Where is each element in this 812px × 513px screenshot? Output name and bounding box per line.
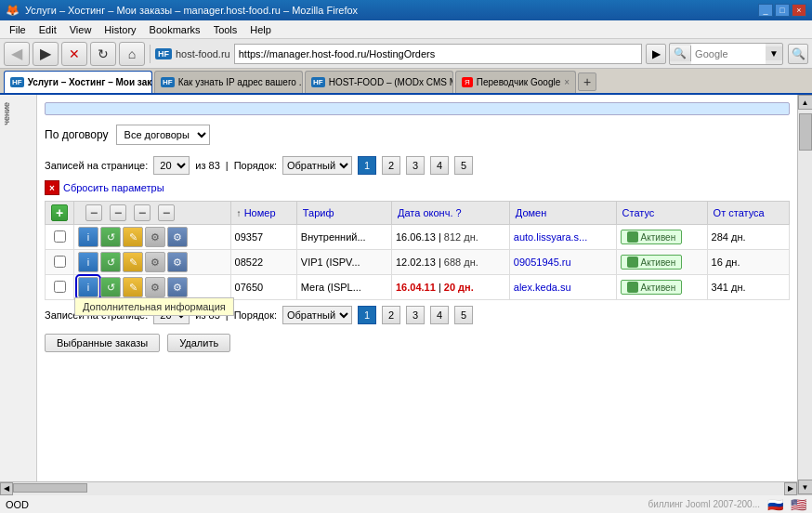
page-btn-2-top[interactable]: 2 <box>382 156 400 175</box>
page-btn-3-bottom[interactable]: 3 <box>406 306 425 324</box>
order-select-bottom[interactable]: Обратный Прямой <box>282 306 352 324</box>
row3-settings-button[interactable]: ⚙ <box>145 277 165 297</box>
order-label-top: Порядок: <box>234 160 277 171</box>
page-btn-4-bottom[interactable]: 4 <box>430 306 449 324</box>
total-records-top: из 83 <box>195 160 219 171</box>
scroll-thumb[interactable] <box>799 113 812 151</box>
hscroll-track[interactable] <box>13 482 784 495</box>
row1-tariff: Внутренний... <box>296 225 391 250</box>
hscroll-thumb[interactable] <box>13 483 87 493</box>
search-input[interactable] <box>691 44 766 64</box>
col-domain[interactable]: Домен <box>509 202 616 225</box>
row2-renew-button[interactable]: ↺ <box>100 252 121 272</box>
minimize-button[interactable]: _ <box>758 4 773 17</box>
row2-check <box>46 250 74 275</box>
go-button[interactable]: ▶ <box>646 44 666 64</box>
hscroll-left[interactable]: ◀ <box>0 482 13 495</box>
tab1-label: Услуги – Хостинг – Мои заказ... <box>28 77 152 87</box>
menu-file[interactable]: File <box>4 22 32 37</box>
home-button[interactable]: ⌂ <box>119 42 145 66</box>
tab-hosting-orders[interactable]: HF Услуги – Хостинг – Мои заказ... × <box>4 71 152 93</box>
row2-edit-button[interactable]: ✎ <box>123 252 143 272</box>
row1-status-icon <box>627 231 638 243</box>
row3-from-status: 341 дн. <box>707 275 789 300</box>
row1-checkbox[interactable] <box>54 230 66 243</box>
scroll-track[interactable] <box>798 110 813 480</box>
scroll-up-button[interactable]: ▲ <box>798 95 813 110</box>
page-btn-1-top[interactable]: 1 <box>358 156 376 175</box>
row3-checkbox[interactable] <box>54 281 66 293</box>
order-select-top[interactable]: Обратный Прямой <box>282 156 352 175</box>
hscroll-right[interactable]: ▶ <box>784 482 797 495</box>
new-tab-button[interactable]: + <box>578 72 596 91</box>
address-input[interactable] <box>234 44 642 64</box>
forward-button[interactable]: ▶ <box>33 42 59 66</box>
table-header-row: + − − − − <box>46 202 790 225</box>
page-btn-3-top[interactable]: 3 <box>406 156 425 175</box>
tab4-close[interactable]: × <box>564 77 570 87</box>
row1-settings-button[interactable]: ⚙ <box>145 227 165 247</box>
search-engine-icon[interactable]: 🔍 <box>670 46 691 61</box>
tab3-label: HOST-FOOD – (MODx CMS Ma... <box>329 77 453 87</box>
bulk-action4[interactable]: − <box>158 204 175 221</box>
row1-renew-button[interactable]: ↺ <box>100 227 121 247</box>
row3-status-label: Активен <box>641 283 676 293</box>
tab-translator[interactable]: Я Переводчик Google × <box>455 71 576 93</box>
col-expiry[interactable]: Дата оконч. ? <box>392 202 510 225</box>
row2-info-button[interactable]: i <box>78 252 98 272</box>
row2-checkbox[interactable] <box>54 256 66 268</box>
flag-ru-icon: 🇷🇺 <box>767 497 783 512</box>
horizontal-scrollbar[interactable]: ◀ ▶ <box>0 481 797 494</box>
row1-extra-button[interactable]: ⚙ <box>167 227 188 247</box>
back-button[interactable]: ◀ <box>4 42 30 66</box>
tab-hostfood[interactable]: HF HOST-FOOD – (MODx CMS Ma... × <box>305 71 453 93</box>
col-status[interactable]: Статус <box>616 202 707 225</box>
row1-domain: auto.lissyara.s... <box>509 225 616 250</box>
row3-renew-button[interactable]: ↺ <box>100 277 121 297</box>
bulk-action2[interactable]: − <box>110 204 126 221</box>
search-button[interactable]: ▼ <box>766 46 782 60</box>
close-button[interactable]: × <box>792 4 806 17</box>
page-btn-1-bottom[interactable]: 1 <box>358 306 376 324</box>
refresh-button[interactable]: ↻ <box>90 42 116 66</box>
tab-ip-info[interactable]: HF Как узнать IP адрес вашего ... × <box>154 71 303 93</box>
col-tariff[interactable]: Тариф <box>296 202 391 225</box>
menu-edit[interactable]: Edit <box>33 22 62 37</box>
row1-domain-link[interactable]: auto.lissyara.s... <box>514 231 587 243</box>
bulk-minus-button[interactable]: − <box>85 204 102 221</box>
bulk-action3[interactable]: − <box>134 204 151 221</box>
menu-tools[interactable]: Tools <box>208 22 243 37</box>
row2-days: 688 дн. <box>444 256 478 268</box>
menu-view[interactable]: View <box>64 22 98 37</box>
row1-info-button[interactable]: i <box>78 227 98 247</box>
page-btn-4-top[interactable]: 4 <box>430 156 449 175</box>
search-go-button[interactable]: 🔍 <box>788 44 808 64</box>
row3-extra-button[interactable]: ⚙ <box>167 277 188 297</box>
add-order-button[interactable]: + <box>51 204 68 221</box>
maximize-button[interactable]: □ <box>775 4 790 17</box>
row3-info-button[interactable]: i <box>78 277 98 297</box>
scrollbar[interactable]: ▲ ▼ <box>797 95 812 494</box>
row1-edit-button[interactable]: ✎ <box>123 227 143 247</box>
reset-link[interactable]: Сбросить параметры <box>63 182 164 193</box>
row2-domain-link[interactable]: 09051945.ru <box>514 256 571 268</box>
row3-domain-link[interactable]: alex.keda.su <box>514 282 571 293</box>
menu-bookmarks[interactable]: Bookmarks <box>144 22 206 37</box>
status-right: биллинг Jooml 2007-200... <box>648 499 760 509</box>
stop-button[interactable]: ✕ <box>61 42 87 66</box>
page-btn-5-top[interactable]: 5 <box>454 156 473 175</box>
row2-settings-button[interactable]: ⚙ <box>145 252 165 272</box>
page-btn-5-bottom[interactable]: 5 <box>454 306 473 324</box>
delete-button[interactable]: Удалить <box>167 334 230 352</box>
row3-edit-button[interactable]: ✎ <box>123 277 143 297</box>
row2-extra-button[interactable]: ⚙ <box>167 252 188 272</box>
col-from-status[interactable]: От статуса <box>707 202 789 225</box>
col-number[interactable]: Номер <box>230 202 296 225</box>
scroll-down-button[interactable]: ▼ <box>798 480 813 494</box>
page-btn-2-bottom[interactable]: 2 <box>382 306 400 324</box>
per-page-select-top[interactable]: 20 10 50 <box>153 156 190 175</box>
menu-help[interactable]: Help <box>244 22 277 37</box>
menu-history[interactable]: History <box>98 22 141 37</box>
filter-select[interactable]: Все договоры <box>116 125 210 145</box>
row1-status: Активен <box>616 225 707 250</box>
